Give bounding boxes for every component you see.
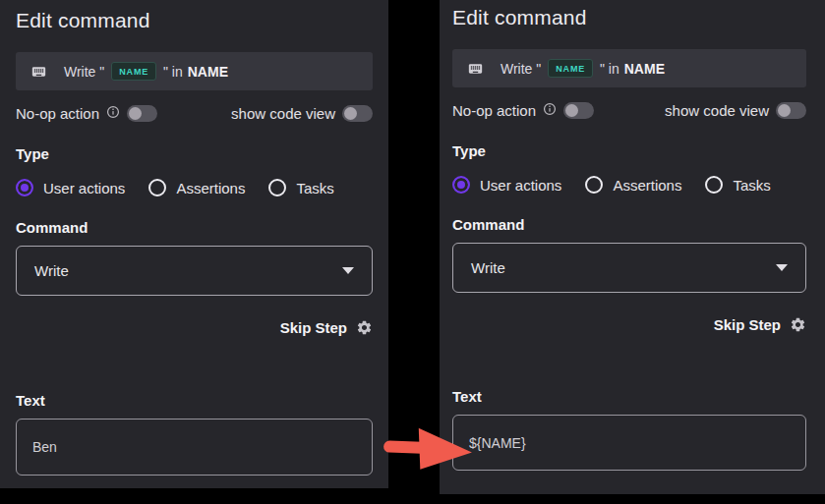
edit-command-dialog-before: Edit command Write " NAME " in NAME No-o… <box>0 0 388 488</box>
skip-step-label[interactable]: Skip Step <box>280 319 347 336</box>
radio-label: User actions <box>43 180 125 196</box>
radio-label: Tasks <box>733 177 770 194</box>
type-label: Type <box>452 142 806 159</box>
radio-selected-icon[interactable] <box>16 179 33 196</box>
radio-label: User actions <box>480 177 561 194</box>
text-label: Text <box>452 388 806 405</box>
command-summary-target: NAME <box>188 64 228 80</box>
radio-icon[interactable] <box>148 179 166 196</box>
code-view-label: show code view <box>665 102 769 119</box>
noop-label: No-op action <box>452 102 536 119</box>
radio-user-actions[interactable]: User actions <box>452 176 561 194</box>
radio-tasks[interactable]: Tasks <box>705 176 770 194</box>
variable-badge[interactable]: NAME <box>111 62 156 81</box>
command-dropdown[interactable]: Write <box>16 246 373 296</box>
skip-step-row: Skip Step <box>16 318 373 336</box>
command-summary-bar: Write " NAME " in NAME <box>16 52 373 90</box>
radio-label: Tasks <box>296 180 333 196</box>
edit-command-dialog-after: Edit command Write " NAME " in NAME No-o… <box>440 0 825 494</box>
command-label: Command <box>16 219 373 236</box>
toggle-knob <box>565 104 578 117</box>
code-view-group: show code view <box>665 102 806 119</box>
command-summary-middle: " in <box>163 64 183 80</box>
code-view-toggle[interactable] <box>342 105 373 122</box>
type-label: Type <box>16 145 373 162</box>
noop-label: No-op action <box>16 105 99 122</box>
noop-toggle[interactable] <box>127 105 157 122</box>
radio-icon[interactable] <box>268 179 286 196</box>
command-dropdown-value: Write <box>471 259 505 276</box>
code-view-label: show code view <box>231 105 335 122</box>
command-label: Command <box>452 216 806 233</box>
page-title: Edit command <box>452 0 806 30</box>
info-icon[interactable] <box>543 102 557 119</box>
noop-toggle[interactable] <box>563 102 594 119</box>
text-input-value: ${NAME} <box>469 435 526 451</box>
page-title: Edit command <box>16 0 373 33</box>
command-dropdown-value: Write <box>34 262 69 279</box>
radio-label: Assertions <box>176 180 245 196</box>
radio-label: Assertions <box>613 177 681 194</box>
command-summary-target: NAME <box>624 61 665 77</box>
toggle-knob <box>344 107 357 120</box>
code-view-group: show code view <box>231 105 373 122</box>
radio-tasks[interactable]: Tasks <box>268 179 333 196</box>
command-summary-middle: " in <box>600 61 619 77</box>
noop-group: No-op action <box>452 102 594 119</box>
command-summary-bar: Write " NAME " in NAME <box>452 49 806 87</box>
command-summary-prefix: Write " <box>64 64 104 80</box>
gear-icon[interactable] <box>356 319 373 336</box>
chevron-down-icon <box>342 267 354 274</box>
keyboard-icon <box>466 61 485 77</box>
noop-group: No-op action <box>16 105 157 122</box>
skip-step-row: Skip Step <box>452 315 806 333</box>
toggle-knob <box>129 107 142 120</box>
gear-icon[interactable] <box>790 316 806 333</box>
type-radio-group: User actions Assertions Tasks <box>452 175 806 195</box>
toggle-row: No-op action show code view <box>16 104 373 122</box>
text-input[interactable]: Ben <box>16 419 373 476</box>
skip-step-label[interactable]: Skip Step <box>714 316 781 333</box>
code-view-toggle[interactable] <box>776 102 806 119</box>
text-input[interactable]: ${NAME} <box>452 415 806 471</box>
command-dropdown[interactable]: Write <box>452 243 806 293</box>
text-label: Text <box>16 392 373 409</box>
chevron-down-icon <box>776 264 788 271</box>
command-summary-prefix: Write " <box>501 61 541 77</box>
radio-icon[interactable] <box>705 176 723 194</box>
type-radio-group: User actions Assertions Tasks <box>16 178 373 197</box>
radio-assertions[interactable]: Assertions <box>148 179 245 196</box>
info-icon[interactable] <box>106 105 120 122</box>
radio-assertions[interactable]: Assertions <box>585 176 681 194</box>
radio-selected-icon[interactable] <box>452 176 470 194</box>
text-input-value: Ben <box>32 439 57 455</box>
radio-icon[interactable] <box>585 176 603 194</box>
right-arrow-icon <box>383 427 475 473</box>
toggle-row: No-op action show code view <box>452 101 806 119</box>
radio-user-actions[interactable]: User actions <box>16 179 125 196</box>
variable-badge[interactable]: NAME <box>548 59 593 78</box>
keyboard-icon <box>29 64 48 80</box>
toggle-knob <box>778 104 791 117</box>
